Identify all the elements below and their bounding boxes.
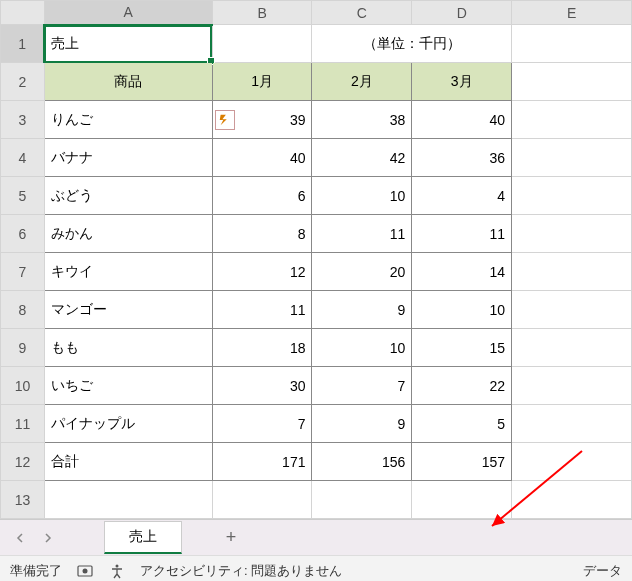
status-ready: 準備完了 bbox=[10, 562, 62, 580]
macro-record-icon[interactable] bbox=[76, 562, 94, 580]
quick-analysis-icon[interactable] bbox=[215, 110, 235, 130]
header-m1[interactable]: 1月 bbox=[212, 63, 312, 101]
cell-m1-0[interactable]: 39 bbox=[212, 101, 312, 139]
header-m2[interactable]: 2月 bbox=[312, 63, 412, 101]
cell-product-5[interactable]: マンゴー bbox=[44, 291, 212, 329]
cell-product-8[interactable]: パイナップル bbox=[44, 405, 212, 443]
header-product[interactable]: 商品 bbox=[44, 63, 212, 101]
sheet-tab-bar: 売上 + bbox=[0, 519, 632, 555]
cell-A13[interactable] bbox=[44, 481, 212, 519]
cell-E5[interactable] bbox=[512, 177, 632, 215]
row-header-6[interactable]: 6 bbox=[1, 215, 45, 253]
cell-m2-8[interactable]: 9 bbox=[312, 405, 412, 443]
col-header-D[interactable]: D bbox=[412, 1, 512, 25]
row-header-13[interactable]: 13 bbox=[1, 481, 45, 519]
cell-m3-2[interactable]: 4 bbox=[412, 177, 512, 215]
cell-D13[interactable] bbox=[412, 481, 512, 519]
cell-B1[interactable] bbox=[212, 25, 312, 63]
cell-m3-5[interactable]: 10 bbox=[412, 291, 512, 329]
cell-product-0[interactable]: りんご bbox=[44, 101, 212, 139]
col-header-C[interactable]: C bbox=[312, 1, 412, 25]
cell-m3-3[interactable]: 11 bbox=[412, 215, 512, 253]
cell-E4[interactable] bbox=[512, 139, 632, 177]
cell-m3-4[interactable]: 14 bbox=[412, 253, 512, 291]
cell-E1[interactable] bbox=[512, 25, 632, 63]
row-header-1[interactable]: 1 bbox=[1, 25, 45, 63]
select-all-corner[interactable] bbox=[1, 1, 45, 25]
row-header-12[interactable]: 12 bbox=[1, 443, 45, 481]
row-header-8[interactable]: 8 bbox=[1, 291, 45, 329]
cell-m1-3[interactable]: 8 bbox=[212, 215, 312, 253]
svg-point-1 bbox=[83, 568, 88, 573]
cell-m2-6[interactable]: 10 bbox=[312, 329, 412, 367]
cell-C13[interactable] bbox=[312, 481, 412, 519]
cell-m2-2[interactable]: 10 bbox=[312, 177, 412, 215]
cell-product-4[interactable]: キウイ bbox=[44, 253, 212, 291]
cell-total-m1[interactable]: 171 bbox=[212, 443, 312, 481]
cell-product-7[interactable]: いちご bbox=[44, 367, 212, 405]
cell-m3-8[interactable]: 5 bbox=[412, 405, 512, 443]
cell-m3-0[interactable]: 40 bbox=[412, 101, 512, 139]
cell-E9[interactable] bbox=[512, 329, 632, 367]
add-sheet-button[interactable]: + bbox=[216, 523, 246, 553]
cell-total-label[interactable]: 合計 bbox=[44, 443, 212, 481]
cell-m3-7[interactable]: 22 bbox=[412, 367, 512, 405]
status-data: データ bbox=[583, 562, 622, 580]
status-bar: 準備完了 アクセシビリティ: 問題ありません データ bbox=[0, 555, 632, 581]
row-header-3[interactable]: 3 bbox=[1, 101, 45, 139]
cell-E13[interactable] bbox=[512, 481, 632, 519]
cell-m2-3[interactable]: 11 bbox=[312, 215, 412, 253]
svg-point-2 bbox=[116, 564, 119, 567]
cell-m1-7[interactable]: 30 bbox=[212, 367, 312, 405]
cell-E3[interactable] bbox=[512, 101, 632, 139]
cell-m2-1[interactable]: 42 bbox=[312, 139, 412, 177]
cell-m2-0[interactable]: 38 bbox=[312, 101, 412, 139]
cell-m1-5[interactable]: 11 bbox=[212, 291, 312, 329]
cell-E11[interactable] bbox=[512, 405, 632, 443]
cell-E8[interactable] bbox=[512, 291, 632, 329]
spreadsheet-grid[interactable]: A B C D E 1 売上 （単位：千円） 2 商品 1月 2月 3月 3 り… bbox=[0, 0, 632, 519]
cell-m3-6[interactable]: 15 bbox=[412, 329, 512, 367]
row-header-7[interactable]: 7 bbox=[1, 253, 45, 291]
cell-product-3[interactable]: みかん bbox=[44, 215, 212, 253]
value-m1-0: 39 bbox=[290, 112, 306, 128]
cell-unit[interactable]: （単位：千円） bbox=[312, 25, 512, 63]
cell-total-m2[interactable]: 156 bbox=[312, 443, 412, 481]
cell-m2-4[interactable]: 20 bbox=[312, 253, 412, 291]
cell-m1-6[interactable]: 18 bbox=[212, 329, 312, 367]
row-header-11[interactable]: 11 bbox=[1, 405, 45, 443]
row-header-9[interactable]: 9 bbox=[1, 329, 45, 367]
cell-m2-5[interactable]: 9 bbox=[312, 291, 412, 329]
cell-m1-8[interactable]: 7 bbox=[212, 405, 312, 443]
accessibility-icon[interactable] bbox=[108, 562, 126, 580]
col-header-E[interactable]: E bbox=[512, 1, 632, 25]
prev-sheet-button[interactable] bbox=[8, 526, 32, 550]
cell-product-2[interactable]: ぶどう bbox=[44, 177, 212, 215]
cell-B13[interactable] bbox=[212, 481, 312, 519]
cell-E2[interactable] bbox=[512, 63, 632, 101]
status-accessibility: アクセシビリティ: 問題ありません bbox=[140, 562, 342, 580]
cell-m3-1[interactable]: 36 bbox=[412, 139, 512, 177]
next-sheet-button[interactable] bbox=[36, 526, 60, 550]
row-header-5[interactable]: 5 bbox=[1, 177, 45, 215]
cell-A1[interactable]: 売上 bbox=[44, 25, 212, 63]
row-header-10[interactable]: 10 bbox=[1, 367, 45, 405]
col-header-A[interactable]: A bbox=[44, 1, 212, 25]
cell-product-6[interactable]: もも bbox=[44, 329, 212, 367]
cell-m1-1[interactable]: 40 bbox=[212, 139, 312, 177]
row-header-4[interactable]: 4 bbox=[1, 139, 45, 177]
sheet-tab-active[interactable]: 売上 bbox=[104, 521, 182, 554]
cell-E7[interactable] bbox=[512, 253, 632, 291]
col-header-B[interactable]: B bbox=[212, 1, 312, 25]
cell-m1-2[interactable]: 6 bbox=[212, 177, 312, 215]
cell-m1-4[interactable]: 12 bbox=[212, 253, 312, 291]
cell-E10[interactable] bbox=[512, 367, 632, 405]
cell-E12[interactable] bbox=[512, 443, 632, 481]
cell-product-1[interactable]: バナナ bbox=[44, 139, 212, 177]
cell-m2-7[interactable]: 7 bbox=[312, 367, 412, 405]
row-header-2[interactable]: 2 bbox=[1, 63, 45, 101]
header-m3[interactable]: 3月 bbox=[412, 63, 512, 101]
cell-E6[interactable] bbox=[512, 215, 632, 253]
cell-total-m3[interactable]: 157 bbox=[412, 443, 512, 481]
